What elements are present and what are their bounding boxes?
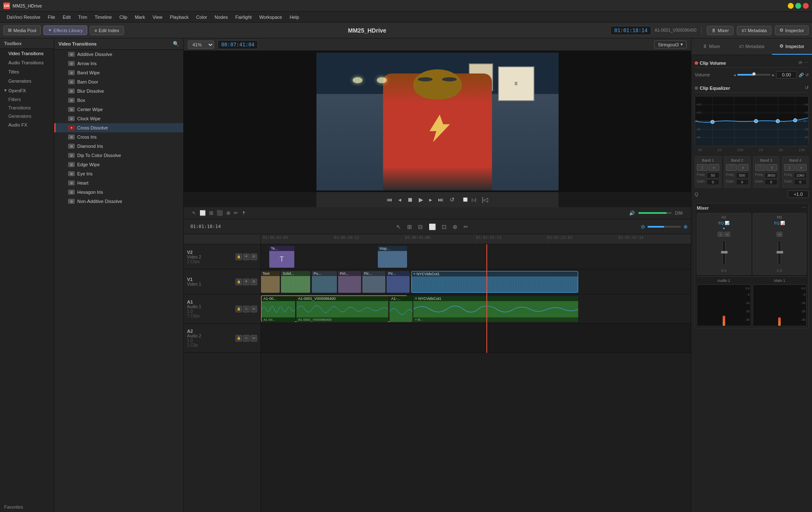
effect-clock-wipe[interactable]: ⊘ Clock Wipe [54,114,183,123]
menu-nodes[interactable]: Nodes [211,13,231,21]
edit-index-button[interactable]: ≡ Edit Index [90,26,124,35]
track-a1-lock[interactable]: 🔒 [235,306,242,312]
effect-heart[interactable]: ⊘ Heart [54,178,183,188]
stop-button[interactable]: ⏹ [405,195,415,204]
effect-eye-iris[interactable]: ⊘ Eye Iris [54,169,183,178]
clip-v2-map[interactable]: Map... [378,246,407,268]
audio-clip-a1-2[interactable]: A1-0001_V000086400 A1-0001_V000086400 [296,296,388,322]
eq-band-3-bell-btn[interactable]: ⌒ [755,164,766,171]
eq-band-2-chevron-btn[interactable]: ∨ [738,164,749,171]
crop-tool[interactable]: ⬛ [217,210,223,216]
clip-v2-title[interactable]: Te... T [269,246,294,268]
tab-mixer[interactable]: 🎚 Mixer [691,38,731,55]
audio-clip-a1-3[interactable]: A1-... [390,296,412,322]
effect-blur-dissolve[interactable]: ⊘ Blur Dissolve [54,86,183,96]
clip-volume-reset[interactable]: ⟳ [799,60,802,66]
tl-zoom-in-btn[interactable]: ⊕ [683,224,688,230]
track-v1-link[interactable]: ⛓ [250,279,257,285]
toolbox-titles[interactable]: Titles [0,67,54,76]
timeline-zoom-slider[interactable] [648,226,681,228]
menu-help[interactable]: Help [286,13,303,21]
tl-hand-tool[interactable]: ✂ [462,223,470,231]
gain-val-4[interactable]: 0 [794,179,807,185]
tl-zoom-in[interactable]: ⊕ [451,223,459,231]
tl-trim-tool[interactable]: ⊞ [405,223,414,231]
menu-timeline[interactable]: Timeline [91,13,115,21]
gain-val-1[interactable]: 0 [707,179,719,185]
effects-library-button[interactable]: ✦ Effects Library [43,25,87,35]
freq-val-4[interactable]: 10k0 [794,172,807,178]
effect-edge-wipe[interactable]: ⊘ Edge Wipe [54,160,183,169]
ch-m1-fader[interactable] [778,240,781,265]
gain-val-2[interactable]: 0 [736,179,749,185]
volume-decrease[interactable]: ◂ [734,73,736,77]
q-value[interactable]: +1.0 [788,190,809,198]
menu-view[interactable]: View [149,13,166,21]
tl-blade-tool[interactable]: ⊟ [416,223,425,231]
tab-inspector[interactable]: ⚙ Inspector [772,38,812,55]
ch-a1-fader[interactable] [722,240,726,265]
clip-v1-nycvids[interactable]: + NYCVidsCut1 [411,271,578,293]
volume-slider[interactable] [638,212,672,214]
toolbox-video-transitions[interactable]: Video Transitions [0,49,54,58]
eq-band-3-chevron-btn[interactable]: ∨ [766,164,777,171]
ch-a1-mute-btn[interactable]: M [724,232,730,237]
clip-v1-3[interactable]: Pu... [312,271,337,293]
loop-button[interactable]: ↺ [448,195,456,204]
ch-m1-mute-btn[interactable]: M [777,232,782,237]
effect-box[interactable]: ⊘ Box [54,96,183,105]
tl-select-tool[interactable]: ↖ [395,223,403,231]
stringout-badge[interactable]: Stringout3 ▾ [654,41,687,48]
eq-band-4-hf-btn[interactable]: ∫ [784,164,795,171]
track-a2-lock[interactable]: 🔒 [235,335,242,342]
prev-clip-button[interactable]: ⏮ [385,195,394,204]
toolbox-generators-sub[interactable]: Generators [0,112,54,120]
menu-playback[interactable]: Playback [167,13,192,21]
step-forward-button[interactable]: ▸ [428,195,434,204]
clip-v1-6[interactable]: Pir... [387,271,410,293]
gain-val-3[interactable]: 0 [765,179,777,185]
volume-reset-val[interactable]: ↺ [805,73,809,77]
clip-v1-1[interactable]: Text [261,271,280,293]
metadata-button[interactable]: 🏷 Metadata [737,26,772,35]
track-v2-lock[interactable]: 🔒 [235,253,242,260]
curve-tool[interactable]: ✏ [234,210,238,216]
mixer-menu-btn[interactable]: ⋯ [802,205,807,210]
effect-non-additive[interactable]: ⊘ Non-Additive Dissolve [54,197,183,206]
track-v2-eye[interactable]: 👁 [243,253,250,260]
effect-cross-dissolve[interactable]: ✦ Cross Dissolve [54,123,183,132]
eq-band-2-bell-btn[interactable]: ⌒ [726,164,737,171]
effect-arrow-iris[interactable]: ⊘ Arrow Iris [54,59,183,68]
effect-dip-to-color[interactable]: ⊘ Dip To Color Dissolve [54,151,183,160]
clip-volume-menu[interactable]: ⋯ [804,60,809,66]
effect-cross-iris[interactable]: ⊘ Cross Iris [54,132,183,142]
eq-band-1-chevron-btn[interactable]: ∨ [708,164,719,171]
match-frame-button[interactable]: ▷| [470,197,478,203]
toolbox-audio-transitions[interactable]: Audio Transitions [0,58,54,67]
menu-trim[interactable]: Trim [75,13,91,21]
toolbox-transitions[interactable]: Transitions [0,104,54,112]
tl-zoom-out[interactable]: ⊖ [641,224,645,230]
minimize-button[interactable] [788,3,794,9]
menu-mark[interactable]: Mark [132,13,148,21]
play-button[interactable]: ▶ [417,195,425,204]
trim-tool[interactable]: ⊞ [209,210,213,216]
resolve-tool[interactable]: ⊕ [226,210,230,216]
tab-metadata[interactable]: 🏷 Metadata [731,38,772,55]
inspector-button[interactable]: ⚙ Inspector [775,25,809,35]
clip-v1-5[interactable]: Pir... [362,271,385,293]
effect-diamond-iris[interactable]: ⊘ Diamond Iris [54,142,183,151]
close-button[interactable] [803,3,809,9]
menu-edit[interactable]: Edit [59,13,74,21]
eq-reset-btn[interactable]: ↺ [805,85,809,91]
track-v2-link[interactable]: ⛓ [250,253,257,260]
zoom-select[interactable]: 41% 50% 100% [188,41,214,49]
menu-file[interactable]: File [45,13,59,21]
eq-band-4-chevron-btn[interactable]: ∨ [796,164,807,171]
clip-v1-2[interactable]: Solid... [281,271,310,293]
end-button[interactable]: |◁ [480,195,490,204]
volume-slider-inspector[interactable] [737,74,771,76]
mixer-button[interactable]: 🎚 Mixer [707,26,734,35]
audio-clip-a1-nycvids[interactable]: + NYCVidsCut1 + B... [413,296,578,322]
track-a1-solo[interactable]: S [243,306,250,312]
